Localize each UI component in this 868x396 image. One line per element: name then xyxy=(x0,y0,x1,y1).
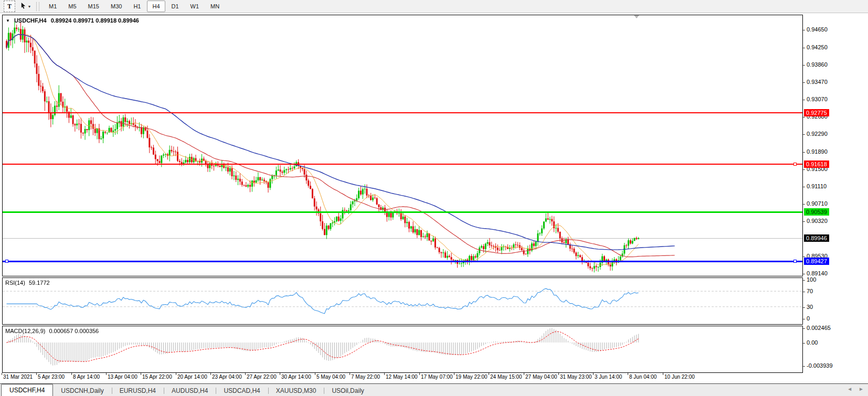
tab-scroll-left-icon[interactable]: ◄ xyxy=(847,386,852,392)
time-axis-label: 10 Jun 22:00 xyxy=(664,374,695,380)
chart-ohlc-values: 0.89924 0.89971 0.89918 0.89946 xyxy=(51,17,139,24)
price-level-badge: 0.91618 xyxy=(804,160,829,168)
price-chart-pane[interactable]: ▼ USDCHF,H4 0.89924 0.89971 0.89918 0.89… xyxy=(2,15,803,276)
chart-title: ▼ USDCHF,H4 0.89924 0.89971 0.89918 0.89… xyxy=(6,17,139,24)
time-axis-tick xyxy=(419,373,420,375)
time-axis-label: 7 May 22:00 xyxy=(351,374,380,380)
arrow-objects-button[interactable]: ▾ xyxy=(17,1,33,12)
time-axis-tick xyxy=(176,373,176,375)
chart-tab-usdcad-h4[interactable]: USDCAD,H4 xyxy=(216,386,268,396)
timeframe-button-mn[interactable]: MN xyxy=(205,1,225,12)
time-axis-tick xyxy=(558,373,559,375)
time-axis-tick xyxy=(36,373,37,375)
macd-canvas[interactable] xyxy=(3,326,802,372)
macd-axis[interactable]: 0.0024650.00-0.003939 xyxy=(803,326,868,373)
time-axis-tick xyxy=(524,373,524,375)
timeframe-button-h1[interactable]: H1 xyxy=(128,1,146,12)
chart-dropdown-icon[interactable]: ▼ xyxy=(6,18,10,23)
macd-indicator-pane[interactable]: MACD(12,26,9) 0.000657 0.000356 xyxy=(2,326,803,373)
time-axis-tick xyxy=(593,373,594,375)
chevron-down-icon: ▾ xyxy=(28,4,30,9)
text-tool-button[interactable]: T xyxy=(4,1,15,12)
time-axis-tick xyxy=(141,373,141,375)
macd-label: MACD(12,26,9) 0.000657 0.000356 xyxy=(5,328,99,334)
time-axis-label: 31 Mar 2021 xyxy=(3,374,33,380)
price-chart-canvas[interactable] xyxy=(3,15,802,276)
time-axis-label: 8 Jun 04:00 xyxy=(629,374,657,380)
trading-platform-window: T ▾ M1M5M15M30H1H4D1W1MN ▼ USDCHF,H4 0.8… xyxy=(0,0,868,396)
time-axis-tick xyxy=(628,373,628,375)
macd-tick-label: -0.003939 xyxy=(803,362,833,369)
price-tick-label: 0.94650 xyxy=(803,26,828,33)
time-axis-label: 23 Apr 04:00 xyxy=(212,374,242,380)
macd-tick-label: 0.002465 xyxy=(803,325,831,331)
chart-tab-usdcnh-daily[interactable]: USDCNH,Daily xyxy=(53,386,111,396)
price-tick-label: 0.94250 xyxy=(803,44,828,51)
time-axis-tick xyxy=(245,373,246,375)
timeframe-button-group: M1M5M15M30H1H4D1W1MN xyxy=(44,1,225,12)
price-tick-label: 0.91110 xyxy=(803,183,827,190)
time-axis-tick xyxy=(384,373,385,375)
rsi-tick-label: 0 xyxy=(803,315,810,322)
rsi-label: RSI(14) 59.1772 xyxy=(5,280,50,286)
time-axis-label: 31 May 23:00 xyxy=(560,374,592,380)
timeframe-button-m1[interactable]: M1 xyxy=(44,1,62,12)
price-tick-label: 0.90320 xyxy=(803,218,828,224)
time-axis-label: 3 Jun 14:00 xyxy=(595,374,622,380)
price-tick-label: 0.93860 xyxy=(803,61,828,68)
time-axis-label: 27 Apr 22:00 xyxy=(247,374,277,380)
timeframe-button-w1[interactable]: W1 xyxy=(185,1,205,12)
time-axis-tick xyxy=(454,373,454,375)
macd-tick-label: 0.00 xyxy=(803,339,818,346)
time-axis-tick xyxy=(350,373,350,375)
tab-scroll-arrows: ◄ ► xyxy=(847,386,864,392)
rsi-name: RSI(14) xyxy=(5,280,25,286)
price-axis[interactable]: 0.946500.942500.938600.934700.930700.926… xyxy=(803,15,868,276)
time-axis-label: 15 Apr 22:00 xyxy=(142,374,172,380)
rsi-tick-label: 30 xyxy=(803,304,813,311)
rsi-indicator-pane[interactable]: RSI(14) 59.1772 xyxy=(2,277,803,325)
price-tick-label: 0.93470 xyxy=(803,79,828,85)
timeframe-button-m5[interactable]: M5 xyxy=(63,1,81,12)
time-axis-tick xyxy=(315,373,315,375)
price-tick-label: 0.92290 xyxy=(803,131,828,137)
price-level-badge: 0.90539 xyxy=(804,208,829,216)
price-level-badge: 0.89946 xyxy=(804,234,829,242)
macd-current-values: 0.000657 0.000356 xyxy=(49,328,99,334)
time-axis-label: 17 May 07:00 xyxy=(421,374,453,380)
rsi-canvas[interactable] xyxy=(3,278,802,324)
time-axis-label: 27 May 04:00 xyxy=(525,374,557,380)
arrow-tool-icon xyxy=(20,2,27,10)
chart-shift-marker-icon[interactable] xyxy=(634,15,639,18)
chart-tab-audusd-h4[interactable]: AUDUSD,H4 xyxy=(164,386,216,396)
time-axis-label: 8 Apr 14:00 xyxy=(73,374,100,380)
time-axis-tick xyxy=(489,373,489,375)
timeframe-button-d1[interactable]: D1 xyxy=(166,1,184,12)
tab-scroll-right-icon[interactable]: ► xyxy=(859,386,864,392)
chart-tab-xauusd-m30[interactable]: XAUUSD,M30 xyxy=(268,386,324,396)
time-axis-tick xyxy=(71,373,72,375)
chart-tab-bar: USDCHF,H4USDCNH,DailyEURUSD,H4AUDUSD,H4U… xyxy=(0,383,868,396)
price-level-badge: 0.92775 xyxy=(804,109,829,116)
toolbar-grip xyxy=(36,2,39,11)
time-axis-tick xyxy=(106,373,107,375)
timeframe-button-h4[interactable]: H4 xyxy=(147,1,165,12)
rsi-current-value: 59.1772 xyxy=(29,280,50,286)
time-axis-label: 19 May 22:00 xyxy=(456,374,488,380)
time-axis-tick xyxy=(210,373,211,375)
chart-symbol-title: USDCHF,H4 xyxy=(14,17,47,24)
price-tick-label: 0.90710 xyxy=(803,200,828,207)
timeframe-button-m30[interactable]: M30 xyxy=(105,1,127,12)
time-axis-label: 12 May 14:00 xyxy=(386,374,418,380)
time-axis-label: 5 May 04:00 xyxy=(316,374,345,380)
rsi-tick-label: 70 xyxy=(803,288,813,295)
time-axis-tick xyxy=(2,373,2,375)
time-axis-label: 13 Apr 04:00 xyxy=(108,374,137,380)
timeframe-button-m15[interactable]: M15 xyxy=(83,1,104,12)
price-tick-label: 0.91890 xyxy=(803,148,828,155)
chart-tab-usoil-daily[interactable]: USOil,Daily xyxy=(324,386,372,396)
time-axis-label: 24 May 15:00 xyxy=(490,374,522,380)
rsi-axis[interactable]: 10070300 xyxy=(803,277,868,325)
chart-tab-eurusd-h4[interactable]: EURUSD,H4 xyxy=(112,386,164,396)
chart-tab-usdchf-h4[interactable]: USDCHF,H4 xyxy=(1,384,53,396)
